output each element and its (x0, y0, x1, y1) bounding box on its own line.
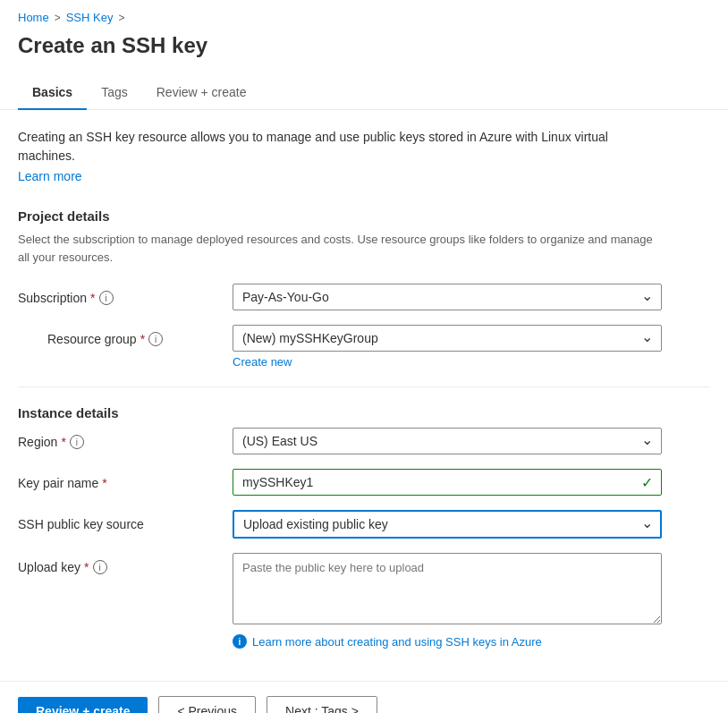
key-pair-required: * (102, 476, 106, 490)
tabs-bar: Basics Tags Review + create (0, 76, 728, 110)
project-details-desc: Select the subscription to manage deploy… (18, 231, 662, 266)
divider-1 (18, 386, 710, 387)
upload-key-control-wrap: i Learn more about creating and using SS… (233, 553, 662, 649)
subscription-select[interactable]: Pay-As-You-Go Free Trial Enterprise Agre… (233, 284, 662, 310)
upload-key-info-icon[interactable]: i (93, 560, 107, 574)
subscription-control-wrap: Pay-As-You-Go Free Trial Enterprise Agre… (233, 284, 662, 310)
next-button[interactable]: Next : Tags > (267, 696, 377, 713)
upload-key-textarea[interactable] (233, 553, 662, 624)
key-pair-name-control-wrap: ✓ (233, 469, 662, 496)
region-label: Region * i (18, 428, 233, 449)
learn-more-link[interactable]: Learn more (18, 169, 82, 183)
subscription-select-wrapper: Pay-As-You-Go Free Trial Enterprise Agre… (233, 284, 662, 310)
resource-group-info-icon[interactable]: i (148, 332, 163, 346)
tab-review-create[interactable]: Review + create (142, 76, 261, 110)
subscription-row: Subscription * i Pay-As-You-Go Free Tria… (18, 284, 710, 310)
resource-group-control-wrap: (New) mySSHKeyGroup Create new (233, 325, 662, 369)
breadcrumb-ssh-key[interactable]: SSH Key (66, 11, 114, 24)
instance-details-section: Instance details Region * i (US) East US… (18, 405, 710, 649)
region-select-wrapper: (US) East US (US) West US (EU) West Euro… (233, 428, 662, 454)
breadcrumb-sep1: > (55, 12, 61, 24)
subscription-required: * (90, 291, 95, 305)
ssh-key-source-label: SSH public key source (18, 510, 233, 531)
tab-tags[interactable]: Tags (87, 76, 142, 110)
breadcrumb-sep2: > (118, 12, 124, 24)
key-pair-name-input-wrap: ✓ (233, 469, 662, 496)
region-control-wrap: (US) East US (US) West US (EU) West Euro… (233, 428, 662, 454)
ssh-key-source-select-wrapper: Generate new key pair Use existing key s… (233, 510, 662, 539)
upload-key-label: Upload key * i (18, 553, 233, 574)
review-create-button[interactable]: Review + create (18, 697, 148, 713)
resource-group-required: * (140, 332, 145, 346)
tab-basics[interactable]: Basics (18, 76, 87, 110)
breadcrumb: Home > SSH Key > (0, 0, 728, 30)
create-new-link[interactable]: Create new (233, 355, 292, 369)
previous-button[interactable]: < Previous (158, 696, 256, 713)
resource-group-select[interactable]: (New) mySSHKeyGroup (233, 325, 662, 352)
footer: Review + create < Previous Next : Tags > (0, 681, 728, 713)
project-details-section: Project details Select the subscription … (18, 208, 710, 369)
ssh-key-source-select[interactable]: Generate new key pair Use existing key s… (233, 510, 662, 539)
upload-key-required: * (84, 560, 89, 574)
breadcrumb-home[interactable]: Home (18, 11, 49, 24)
content-area: Creating an SSH key resource allows you … (0, 110, 728, 681)
region-select[interactable]: (US) East US (US) West US (EU) West Euro… (233, 428, 662, 454)
page-title: Create an SSH key (0, 30, 728, 76)
learn-more-ssh-link[interactable]: i Learn more about creating and using SS… (233, 634, 662, 649)
resource-group-label-wrap: Resource group * i (18, 325, 233, 346)
instance-details-title: Instance details (18, 405, 710, 420)
ssh-key-source-row: SSH public key source Generate new key p… (18, 510, 710, 539)
ssh-key-source-control-wrap: Generate new key pair Use existing key s… (233, 510, 662, 539)
page-wrapper: Home > SSH Key > Create an SSH key Basic… (0, 0, 728, 713)
key-pair-name-input[interactable] (233, 469, 662, 496)
subscription-label: Subscription * i (18, 284, 233, 305)
resource-group-select-wrapper: (New) mySSHKeyGroup (233, 325, 662, 352)
info-circle-blue-icon: i (233, 634, 247, 649)
resource-group-row: Resource group * i (New) mySSHKeyGroup C… (18, 325, 710, 369)
key-pair-name-label: Key pair name * (18, 469, 233, 490)
upload-key-row: Upload key * i i Learn more about creati… (18, 553, 710, 649)
project-details-title: Project details (18, 208, 710, 224)
region-required: * (61, 435, 65, 449)
key-pair-name-row: Key pair name * ✓ (18, 469, 710, 496)
key-pair-check-icon: ✓ (641, 474, 653, 491)
region-row: Region * i (US) East US (US) West US (EU… (18, 428, 710, 454)
subscription-info-icon[interactable]: i (99, 291, 114, 305)
basics-description: Creating an SSH key resource allows you … (18, 128, 662, 166)
region-info-icon[interactable]: i (70, 435, 84, 449)
